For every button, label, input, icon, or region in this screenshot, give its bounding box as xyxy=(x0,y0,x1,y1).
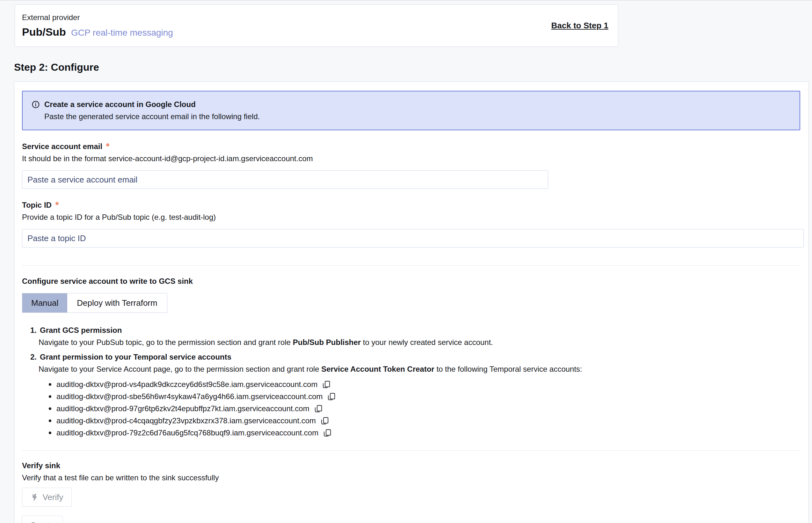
bullet-dot xyxy=(49,432,51,434)
service-account-email: auditlog-dktxv@prod-vs4padk9dkczcey6d6st… xyxy=(56,380,317,389)
configure-section-heading: Configure service account to write to GC… xyxy=(22,276,800,286)
service-account-email-label: Service account email xyxy=(22,142,800,151)
service-account-list: auditlog-dktxv@prod-vs4padk9dkczcey6d6st… xyxy=(22,378,800,439)
instruction-step-body: Navigate to your PubSub topic, go to the… xyxy=(38,338,800,347)
list-item: auditlog-dktxv@prod-sbe56h6wr4sykaw47a6y… xyxy=(49,391,800,402)
provider-info: External provider Pub/Sub GCP real-time … xyxy=(22,13,173,38)
copy-icon[interactable] xyxy=(323,428,332,437)
list-item: auditlog-dktxv@prod-vs4padk9dkczcey6d6st… xyxy=(49,378,800,391)
section-divider xyxy=(22,450,800,451)
list-item: auditlog-dktxv@prod-79z2c6d76au6g5fcq768… xyxy=(49,427,800,439)
verify-button[interactable]: Verify xyxy=(22,488,72,507)
service-account-email: auditlog-dktxv@prod-79z2c6d76au6g5fcq768… xyxy=(56,428,318,437)
info-banner-body: Paste the generated service account emai… xyxy=(44,112,791,121)
topic-id-input[interactable] xyxy=(22,229,804,248)
service-account-email: auditlog-dktxv@prod-sbe56h6wr4sykaw47a6y… xyxy=(56,392,322,401)
topic-id-label: Topic ID xyxy=(22,200,800,210)
external-provider-label: External provider xyxy=(22,13,173,22)
instruction-step-title: 1. Grant GCS permission xyxy=(30,326,800,335)
info-icon xyxy=(32,100,40,109)
page-title: Step 2: Configure xyxy=(14,61,812,73)
configure-form-card: Create a service account in Google Cloud… xyxy=(14,82,809,523)
bullet-dot xyxy=(49,408,51,410)
info-banner-title: Create a service account in Google Cloud xyxy=(44,100,196,109)
copy-icon[interactable] xyxy=(314,404,323,413)
service-account-email: auditlog-dktxv@prod-97gr6tp6zkv2t4epubff… xyxy=(56,404,310,413)
external-provider-card: External provider Pub/Sub GCP real-time … xyxy=(15,4,618,47)
instruction-step-title: 2. Grant permission to your Temporal ser… xyxy=(30,352,800,362)
bullet-dot xyxy=(49,383,51,386)
lightning-bolt-icon xyxy=(30,493,38,501)
tab-deploy-with-terraform[interactable]: Deploy with Terraform xyxy=(67,293,167,312)
copy-icon[interactable] xyxy=(322,380,331,389)
verify-sink-description: Verify that a test file can be written t… xyxy=(22,473,800,483)
required-indicator xyxy=(106,143,109,146)
deploy-method-tabs: Manual Deploy with Terraform xyxy=(22,293,167,313)
info-banner: Create a service account in Google Cloud… xyxy=(22,91,800,130)
manual-instructions: 1. Grant GCS permission Navigate to your… xyxy=(22,326,800,439)
provider-name: Pub/Sub xyxy=(22,26,66,38)
section-divider xyxy=(22,265,800,266)
instruction-step-body: Navigate to your Service Account page, g… xyxy=(38,364,800,374)
service-account-email-description: It should be in the format service-accou… xyxy=(22,154,800,163)
list-item: auditlog-dktxv@prod-97gr6tp6zkv2t4epubff… xyxy=(49,402,800,415)
list-item: auditlog-dktxv@prod-c4cqaqgbfzy23vpzkbxz… xyxy=(49,415,800,427)
verify-sink-heading: Verify sink xyxy=(22,461,800,470)
topic-id-description: Provide a topic ID for a Pub/Sub topic (… xyxy=(22,213,800,222)
back-to-step-1-link[interactable]: Back to Step 1 xyxy=(551,21,608,31)
bullet-dot xyxy=(49,419,51,422)
copy-icon[interactable] xyxy=(327,392,336,401)
service-account-email: auditlog-dktxv@prod-c4cqaqgbfzy23vpzkbxz… xyxy=(56,416,316,425)
bullet-dot xyxy=(49,395,51,398)
create-button[interactable]: Create xyxy=(22,516,63,523)
required-indicator xyxy=(55,202,59,205)
provider-description: GCP real-time messaging xyxy=(71,28,173,38)
service-account-email-input[interactable] xyxy=(22,170,548,189)
tab-manual[interactable]: Manual xyxy=(22,293,67,312)
copy-icon[interactable] xyxy=(320,416,329,425)
